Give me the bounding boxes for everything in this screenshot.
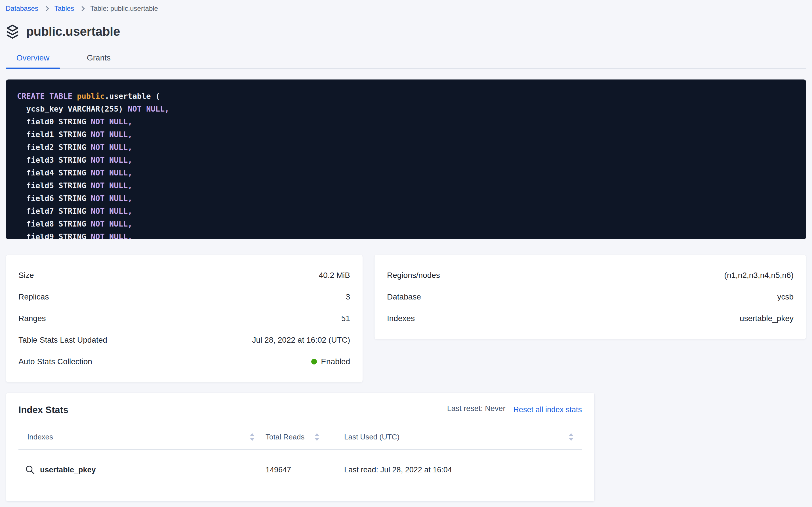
stat-label: Replicas [18,292,49,301]
magnifier-icon [25,465,35,474]
last-used-cell: Last read: Jul 28, 2022 at 16:04 [334,465,582,474]
chevron-right-icon [44,6,49,11]
sql-code-line: ycsb_key VARCHAR(255) NOT NULL, [17,103,795,115]
stat-label: Size [18,271,34,280]
stat-row: Auto Stats CollectionEnabled [18,351,350,373]
page-title: public.usertable [26,24,120,39]
sql-code-line: field0 STRING NOT NULL, [17,115,795,128]
stat-row: Indexesusertable_pkey [387,308,794,329]
breadcrumb: Databases Tables Table: public.usertable [6,0,806,12]
index-name: usertable_pkey [40,465,96,474]
breadcrumb-tables[interactable]: Tables [55,5,74,12]
stat-label: Database [387,292,421,301]
sql-code-line: field5 STRING NOT NULL, [17,179,795,192]
sql-code-line: field9 STRING NOT NULL, [17,230,795,239]
stat-value: usertable_pkey [740,314,794,323]
index-stats-table-header: Indexes Total Reads Last Used (UTC) [18,425,582,449]
stat-value: 51 [341,314,350,323]
last-reset-label: Last reset: Never [447,404,506,415]
column-header-total-reads[interactable]: Total Reads [265,433,304,441]
column-header-last-used[interactable]: Last Used (UTC) [344,433,399,441]
sort-icon[interactable] [569,433,573,441]
stat-row: Size40.2 MiB [18,265,350,286]
stat-row: Replicas3 [18,286,350,308]
table-meta-card: Regions/nodes(n1,n2,n3,n4,n5,n6)Database… [374,255,806,339]
stat-label: Table Stats Last Updated [18,336,107,345]
table-detail-cards: Size40.2 MiBReplicas3Ranges51Table Stats… [6,255,806,382]
index-name-cell[interactable]: usertable_pkey [18,465,257,474]
tab-overview[interactable]: Overview [6,51,60,68]
stat-value: 3 [346,292,350,301]
index-stats-card: Index Stats Last reset: Never Reset all … [6,393,595,502]
breadcrumb-databases[interactable]: Databases [6,5,38,12]
stat-label: Regions/nodes [387,271,440,280]
sort-icon[interactable] [315,433,319,441]
sql-code-line: field4 STRING NOT NULL, [17,166,795,179]
sql-code-line: field2 STRING NOT NULL, [17,141,795,154]
stat-value: Enabled [311,357,350,366]
stat-row: Databaseycsb [387,286,794,308]
stat-label: Indexes [387,314,415,323]
stat-row: Regions/nodes(n1,n2,n3,n4,n5,n6) [387,265,794,286]
table-details-page: Databases Tables Table: public.usertable… [0,0,812,507]
sql-code-line: field8 STRING NOT NULL, [17,217,795,230]
stat-value: 40.2 MiB [319,271,351,280]
tab-bar: Overview Grants [6,51,806,69]
reset-all-index-stats-link[interactable]: Reset all index stats [513,405,582,414]
create-table-statement: CREATE TABLE public.usertable ( ycsb_key… [6,79,806,239]
row-divider [18,490,582,490]
sort-icon[interactable] [250,433,254,441]
table-stats-card: Size40.2 MiBReplicas3Ranges51Table Stats… [6,255,363,382]
index-stats-title: Index Stats [18,404,68,415]
breadcrumb-current-table: Table: public.usertable [90,5,158,12]
stat-label: Ranges [18,314,46,323]
stat-label: Auto Stats Collection [18,357,92,366]
stat-value: (n1,n2,n3,n4,n5,n6) [724,271,794,280]
tab-grants[interactable]: Grants [73,51,124,68]
sql-code-line: field6 STRING NOT NULL, [17,192,795,205]
chevron-right-icon [79,6,84,11]
status-dot-icon [311,359,317,364]
page-title-row: public.usertable [6,24,806,39]
sql-code-line: CREATE TABLE public.usertable ( [17,90,795,103]
column-header-indexes[interactable]: Indexes [27,433,53,441]
total-reads-cell: 149647 [257,465,334,474]
stat-value: Jul 28, 2022 at 16:02 (UTC) [252,336,350,345]
stat-row: Table Stats Last UpdatedJul 28, 2022 at … [18,329,350,351]
table-stack-icon [6,24,19,39]
index-stats-table-body: usertable_pkey149647Last read: Jul 28, 2… [18,450,582,490]
sql-code-line: field3 STRING NOT NULL, [17,154,795,166]
sql-code-line: field1 STRING NOT NULL, [17,128,795,141]
sql-code-line: field7 STRING NOT NULL, [17,205,795,217]
stat-value: ycsb [777,292,794,301]
index-stats-row: usertable_pkey149647Last read: Jul 28, 2… [18,450,582,490]
stat-row: Ranges51 [18,308,350,329]
